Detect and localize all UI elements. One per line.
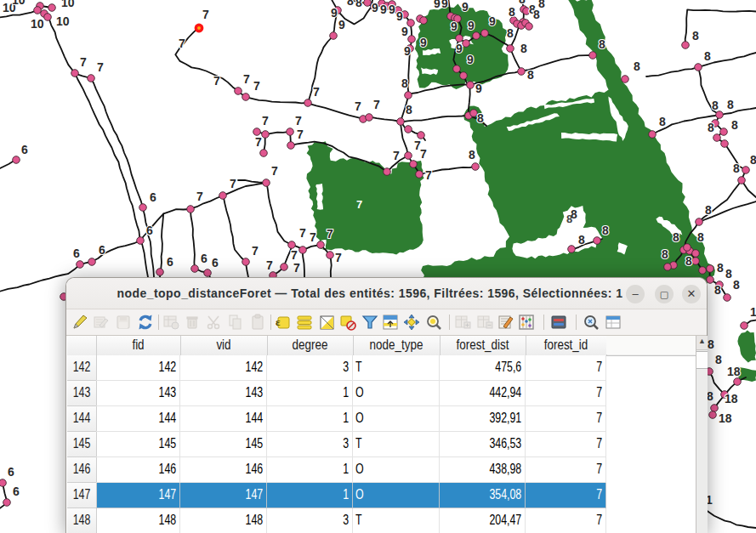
svg-text:8: 8	[697, 230, 704, 244]
svg-text:8: 8	[717, 261, 724, 275]
svg-text:8: 8	[578, 233, 585, 247]
svg-text:6: 6	[73, 247, 80, 260]
svg-text:9: 9	[401, 25, 408, 38]
svg-text:8: 8	[599, 37, 605, 51]
svg-text:6: 6	[167, 255, 173, 269]
svg-text:7: 7	[393, 149, 400, 162]
svg-text:7: 7	[327, 227, 333, 241]
svg-text:7: 7	[293, 261, 300, 275]
svg-text:8: 8	[355, 0, 362, 9]
svg-text:1: 1	[750, 305, 756, 319]
svg-text:8: 8	[708, 337, 714, 351]
svg-text:8: 8	[704, 49, 711, 63]
svg-text:9: 9	[451, 20, 458, 33]
svg-text:9: 9	[468, 19, 475, 32]
svg-text:6: 6	[212, 256, 219, 269]
svg-text:10: 10	[61, 0, 75, 9]
svg-text:8: 8	[509, 5, 515, 19]
svg-text:8: 8	[347, 0, 354, 8]
svg-text:9: 9	[331, 6, 338, 20]
svg-text:8: 8	[727, 98, 734, 111]
svg-text:7: 7	[230, 177, 236, 190]
svg-text:7: 7	[202, 8, 209, 21]
svg-text:8: 8	[708, 121, 714, 134]
svg-text:7: 7	[299, 226, 306, 240]
svg-text:18: 18	[725, 392, 738, 405]
svg-text:9: 9	[380, 3, 387, 16]
svg-text:7: 7	[196, 190, 203, 203]
svg-text:10: 10	[31, 17, 44, 31]
svg-text:6: 6	[150, 190, 156, 204]
svg-text:8: 8	[527, 68, 534, 82]
svg-text:8: 8	[733, 278, 740, 292]
svg-text:8: 8	[692, 29, 699, 43]
svg-text:6: 6	[146, 224, 153, 237]
svg-text:8: 8	[715, 353, 722, 366]
svg-text:6: 6	[13, 485, 20, 498]
svg-text:9: 9	[389, 3, 395, 16]
svg-text:9: 9	[489, 14, 496, 28]
svg-text:7: 7	[420, 147, 427, 161]
svg-text:7: 7	[243, 72, 250, 86]
svg-text:9: 9	[441, 0, 448, 10]
svg-text:8: 8	[507, 26, 514, 40]
svg-text:6: 6	[8, 465, 14, 479]
svg-text:9: 9	[338, 18, 345, 31]
svg-text:7: 7	[291, 248, 298, 262]
svg-text:ε: ε	[276, 315, 281, 328]
svg-text:8: 8	[733, 162, 740, 175]
svg-text:7: 7	[271, 164, 278, 178]
svg-text:7: 7	[262, 114, 269, 128]
svg-text:7: 7	[425, 168, 432, 182]
svg-text:8: 8	[566, 213, 572, 225]
svg-text:8: 8	[673, 230, 679, 244]
svg-text:8: 8	[602, 224, 609, 237]
svg-text:8: 8	[714, 283, 721, 297]
svg-text:8: 8	[712, 99, 719, 112]
svg-text:7: 7	[97, 60, 104, 74]
svg-text:7: 7	[373, 98, 380, 111]
svg-text:7: 7	[313, 85, 320, 99]
svg-text:7: 7	[179, 37, 185, 50]
svg-text:9: 9	[396, 9, 403, 23]
svg-text:6: 6	[99, 243, 105, 257]
svg-text:8: 8	[707, 389, 713, 403]
svg-text:9: 9	[462, 0, 469, 14]
svg-text:7: 7	[356, 198, 362, 211]
svg-text:7: 7	[355, 99, 361, 113]
svg-text:8: 8	[401, 77, 408, 90]
svg-text:8: 8	[406, 103, 412, 116]
svg-text:9: 9	[467, 53, 474, 66]
svg-text:8: 8	[469, 148, 475, 162]
svg-text:7: 7	[295, 114, 302, 128]
svg-text:7: 7	[213, 74, 220, 88]
svg-text:6: 6	[201, 252, 207, 265]
svg-text:9: 9	[475, 82, 482, 95]
svg-text:9: 9	[420, 36, 427, 49]
svg-text:9: 9	[372, 1, 378, 14]
svg-text:8: 8	[533, 8, 540, 21]
svg-text:8: 8	[634, 60, 640, 73]
svg-text:8: 8	[662, 247, 668, 261]
svg-text:18: 18	[719, 411, 732, 425]
svg-text:10: 10	[56, 14, 70, 28]
svg-text:10: 10	[12, 0, 26, 7]
svg-text:7: 7	[253, 79, 260, 93]
svg-text:8: 8	[519, 0, 526, 6]
svg-text:8: 8	[477, 111, 484, 125]
svg-text:7: 7	[80, 55, 87, 69]
svg-text:8: 8	[520, 42, 527, 55]
svg-text:7: 7	[255, 135, 262, 149]
svg-text:8: 8	[659, 115, 666, 128]
svg-text:8: 8	[685, 254, 692, 268]
svg-text:7: 7	[310, 230, 316, 244]
svg-text:6: 6	[21, 143, 28, 156]
svg-text:18: 18	[727, 365, 741, 378]
svg-text:8: 8	[705, 203, 712, 217]
svg-text:8: 8	[750, 153, 756, 167]
svg-text:9: 9	[456, 42, 463, 55]
svg-text:7: 7	[297, 128, 304, 141]
svg-text:7: 7	[252, 244, 259, 258]
svg-text:8: 8	[731, 118, 738, 132]
svg-text:7: 7	[266, 258, 273, 272]
